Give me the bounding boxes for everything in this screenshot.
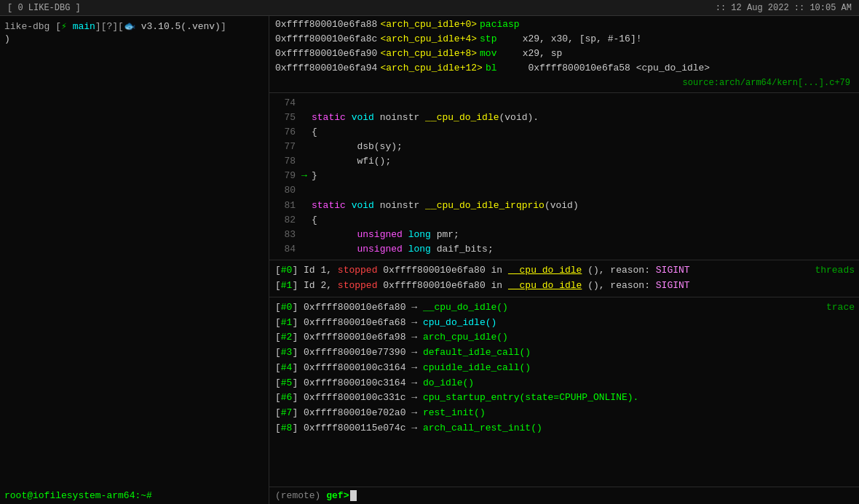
prompt-main: main: [67, 21, 95, 32]
thread-id-0: Id 1,: [304, 265, 338, 276]
thread-idx-1: [#1]: [275, 280, 298, 291]
code-linenum-80: 80: [275, 183, 296, 198]
code-linenum-81: 81: [275, 199, 296, 213]
title-left: [ 0 LIKE-DBG ]: [7, 3, 81, 13]
trace-fn-3: default_idle_call(): [423, 347, 531, 358]
code-line-81: 81 static void noinstr __cpu_do_idle_irq…: [275, 199, 853, 213]
code-line-79: 79 → }: [275, 169, 853, 183]
code-arrow-74: [301, 96, 312, 111]
prompt-fish-icon: ⚡: [61, 21, 67, 32]
trace-idx-3: [#3]: [275, 347, 298, 358]
trace-idx-5: [#5]: [275, 377, 298, 388]
trace-arrow-0: →: [411, 302, 417, 313]
trace-idx-4: [#4]: [275, 362, 298, 373]
code-arrow-81: [301, 199, 312, 213]
trace-arrow-3: →: [411, 347, 417, 358]
title-bar: [ 0 LIKE-DBG ] :: 12 Aug 2022 :: 10:05 A…: [0, 0, 859, 16]
trace-addr-7: 0xffff800010e702a0: [304, 407, 411, 418]
asm-instr-0: paciasp: [480, 17, 520, 32]
code-line-76: 76 {: [275, 125, 853, 140]
thread-reason-0: SIGINT: [656, 265, 690, 276]
code-line-78: 78 wfi();: [275, 154, 853, 169]
code-arrow-82: [301, 213, 312, 228]
trace-fn-0: __cpu_do_idle(): [423, 302, 508, 313]
code-arrow-78: [301, 154, 312, 169]
prompt-line: like-dbg [⚡ main][?][🐟 v3.10.5(.venv)]: [4, 20, 264, 32]
code-linenum-84: 84: [275, 242, 296, 257]
thread-idx-0: [#0]: [275, 265, 298, 276]
thread-fn-1: __cpu_do_idle: [508, 280, 582, 291]
code-arrow-79: →: [301, 169, 312, 183]
trace-line-7: [#7] 0xffff800010e702a0 → rest_init(): [275, 406, 853, 421]
trace-arrow-1: →: [411, 317, 417, 328]
thread-fn-0: __cpu_do_idle: [508, 265, 582, 276]
trace-line-4: [#4] 0xffff8000100c3164 → cpuidle_idle_c…: [275, 361, 853, 376]
code-linenum-83: 83: [275, 228, 296, 242]
code-content-76: {: [312, 125, 317, 140]
title-right: :: 12 Aug 2022 :: 10:05 AM: [716, 3, 852, 13]
gef-line: (remote) gef>: [275, 490, 853, 501]
trace-addr-8: 0xffff8000115e074c: [304, 423, 411, 433]
trace-line-0: [#0] 0xffff800010e6fa80 → __cpu_do_idle(…: [275, 300, 853, 316]
trace-arrow-8: →: [411, 423, 417, 433]
trace-idx-6: [#6]: [275, 392, 298, 403]
code-arrow-84: [301, 242, 312, 257]
code-line-84: 84 unsigned long daif_bits;: [275, 242, 853, 257]
gef-label: gef>: [326, 490, 349, 501]
trace-fn-2: arch_cpu_idle(): [423, 332, 508, 343]
trace-addr-1: 0xffff800010e6fa68: [304, 317, 411, 328]
trace-fn-1: cpu_do_idle(): [423, 317, 496, 328]
thread-stopped-1: stopped: [338, 280, 378, 291]
trace-arrow-6: →: [411, 392, 417, 403]
trace-addr-5: 0xffff8000100c3164: [304, 377, 411, 388]
code-arrow-77: [301, 140, 312, 154]
trace-addr-6: 0xffff8000100c331c: [304, 392, 411, 403]
thread-addr-1: 0xffff800010e6fa80 in: [383, 280, 508, 291]
thread-id-1: Id 2,: [304, 280, 338, 291]
right-panel: 0xffff800010e6fa88 <arch_cpu_idle+0> pac…: [269, 16, 859, 504]
code-line-75: 75 static void noinstr __cpu_do_idle(voi…: [275, 111, 853, 125]
code-linenum-74: 74: [275, 96, 296, 111]
prompt-bracket-open: like-dbg [: [4, 21, 61, 32]
root-prompt[interactable]: root@iofilesystem-arm64:~#: [4, 490, 264, 501]
trace-arrow-2: →: [411, 332, 417, 343]
asm-sym-0: <arch_cpu_idle+0>: [380, 17, 477, 32]
code-linenum-76: 76: [275, 125, 296, 140]
asm-sym-3: <arch_cpu_idle+12>: [380, 61, 482, 76]
left-spacer: [4, 44, 264, 487]
trace-idx-1: [#1]: [275, 317, 298, 328]
trace-line-2: [#2] 0xffff800010e6fa98 → arch_cpu_idle(…: [275, 330, 853, 345]
code-line-80: 80: [275, 183, 853, 198]
asm-line-0: 0xffff800010e6fa88 <arch_cpu_idle+0> pac…: [275, 17, 853, 32]
code-line-83: 83 unsigned long pmr;: [275, 228, 853, 242]
asm-operands-2: x29, sp: [499, 47, 562, 61]
prompt-fish: 🐟: [124, 21, 135, 32]
trace-addr-2: 0xffff800010e6fa98: [304, 332, 411, 343]
code-arrow-80: [301, 183, 312, 198]
asm-addr-3: 0xffff800010e6fa94: [275, 61, 377, 76]
gef-prompt-section[interactable]: (remote) gef>: [269, 487, 859, 504]
prompt-bracket-close: ]: [221, 21, 226, 32]
code-line-82: 82 {: [275, 213, 853, 228]
code-content-84: unsigned long daif_bits;: [312, 242, 494, 257]
trace-idx-2: [#2]: [275, 332, 298, 343]
code-linenum-79: 79: [275, 169, 296, 183]
code-section: 74 75 static void noinstr __cpu_do_idle(…: [269, 95, 859, 259]
gef-remote: (remote): [275, 490, 320, 501]
code-arrow-75: [301, 111, 312, 125]
trace-idx-0: [#0]: [275, 302, 298, 313]
asm-addr-2: 0xffff800010e6fa90: [275, 47, 377, 61]
left-panel: like-dbg [⚡ main][?][🐟 v3.10.5(.venv)] )…: [0, 16, 269, 504]
trace-arrow-5: →: [411, 377, 417, 388]
asm-section: 0xffff800010e6fa88 <arch_cpu_idle+0> pac…: [269, 16, 859, 91]
code-linenum-77: 77: [275, 140, 296, 154]
trace-addr-3: 0xffff800010e77390: [304, 347, 411, 358]
asm-instr-1: stp: [480, 32, 496, 47]
code-linenum-78: 78: [275, 154, 296, 169]
threads-label: threads: [815, 265, 855, 276]
asm-line-2: 0xffff800010e6fa90 <arch_cpu_idle+8> mov…: [275, 47, 853, 61]
thread-reason-1: SIGINT: [656, 280, 690, 291]
trace-line-6: [#6] 0xffff8000100c331c → cpu_startup_en…: [275, 391, 853, 406]
asm-line-1: 0xffff800010e6fa8c <arch_cpu_idle+4> stp…: [275, 32, 853, 47]
code-content-81: static void noinstr __cpu_do_idle_irqpri…: [312, 199, 579, 213]
